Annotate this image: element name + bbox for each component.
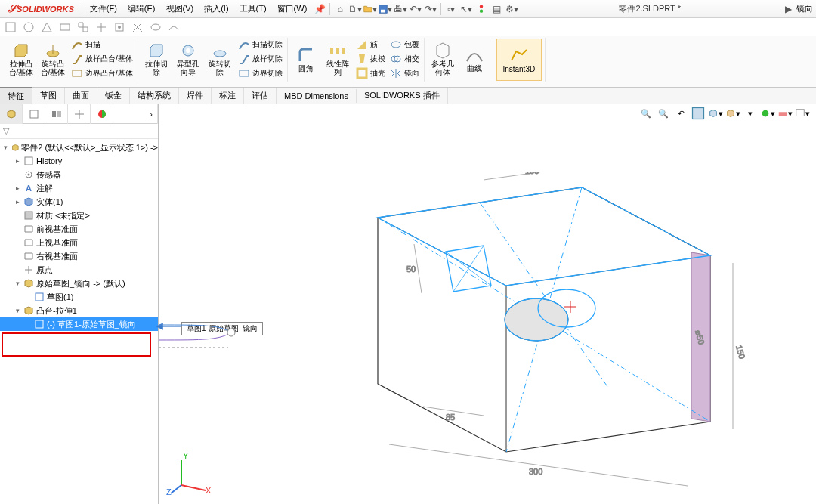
side-tab-config[interactable] (45, 104, 68, 124)
tab-sketch[interactable]: 草图 (32, 88, 65, 104)
tree-sensors[interactable]: 传感器 (0, 168, 158, 181)
curves-button[interactable]: 曲线 (459, 38, 490, 80)
side-tabs: › (0, 104, 158, 124)
side-tab-appearance[interactable] (91, 104, 113, 124)
ref-geometry-button[interactable]: 参考几何体 (428, 38, 458, 80)
instant3d-button[interactable]: Instant3D (496, 39, 542, 81)
tree-boss-extrude[interactable]: ▾凸台-拉伸1 (0, 304, 158, 317)
menu-edit[interactable]: 编辑(E) (123, 2, 160, 16)
menu-tools[interactable]: 工具(T) (235, 2, 271, 16)
revolve-boss-button[interactable]: 旋转凸台/基体 (38, 38, 68, 80)
tree-history[interactable]: ▸History (0, 154, 158, 168)
side-tab-feature-tree[interactable] (0, 104, 23, 124)
rib-button[interactable]: 筋 (354, 38, 387, 51)
undo-icon[interactable]: ↶▾ (409, 2, 422, 16)
sweep-cut-button[interactable]: 扫描切除 (236, 38, 284, 51)
home-icon[interactable]: ⌂ (333, 2, 347, 16)
new-icon[interactable]: 🗋▾ (348, 2, 362, 16)
qt-icon-4[interactable] (57, 20, 73, 35)
extrude-cut-button[interactable]: 拉伸切除 (141, 38, 172, 80)
draft-button[interactable]: 拔模 (354, 52, 387, 66)
mirror-toggle-icon[interactable]: ▶ (781, 2, 795, 16)
tree-sketch1[interactable]: 草图(1) (0, 290, 158, 304)
print-icon[interactable]: 🖶▾ (394, 2, 407, 16)
side-tab-property[interactable] (23, 104, 45, 124)
qt-icon-3[interactable] (39, 20, 54, 35)
menu-window[interactable]: 窗口(W) (273, 2, 312, 16)
tree-sketch-mirror[interactable]: (-) 草图1-原始草图_镜向 (0, 317, 158, 331)
tab-sheetmetal[interactable]: 钣金 (97, 88, 130, 104)
hide-show-icon[interactable]: ▾ (743, 106, 758, 121)
options-icon[interactable]: ▤ (490, 2, 503, 16)
filter-icon[interactable]: ▽ (3, 126, 9, 136)
wrap-button[interactable]: 包覆 (388, 38, 421, 51)
tree-annotations[interactable]: ▸A注解 (0, 181, 158, 195)
tab-mbd[interactable]: MBD Dimensions (277, 89, 357, 103)
qt-icon-7[interactable] (112, 20, 127, 35)
scene-icon[interactable]: ▾ (777, 106, 793, 121)
qt-icon-6[interactable] (94, 20, 109, 35)
tree-top-plane[interactable]: 上视基准面 (0, 236, 158, 249)
tree-front-plane[interactable]: 前视基准面 (0, 222, 158, 236)
filter-row: ▽ (0, 124, 158, 139)
fillet-button[interactable]: 圆角 (291, 38, 321, 80)
view-triad[interactable]: Y X Z (166, 451, 212, 496)
sweep-button[interactable]: 扫描 (70, 38, 134, 51)
menu-view[interactable]: 视图(V) (162, 2, 199, 16)
loft-button[interactable]: 放样凸台/基体 (70, 52, 134, 66)
zoom-area-icon[interactable]: 🔍 (656, 106, 671, 121)
revolve-cut-button[interactable]: 旋转切除 (205, 38, 235, 80)
view-orient-icon[interactable]: ▾ (708, 106, 723, 121)
menu-insert[interactable]: 插入(I) (199, 2, 233, 16)
qt-icon-10[interactable] (166, 20, 181, 35)
open-icon[interactable]: ▾ (363, 2, 377, 16)
loft-cut-button[interactable]: 放样切除 (236, 52, 284, 66)
tab-addins[interactable]: SOLIDWORKS 插件 (357, 88, 448, 104)
svg-point-3 (480, 9, 483, 12)
menu-file[interactable]: 文件(F) (85, 2, 122, 16)
qt-icon-9[interactable] (148, 20, 163, 35)
extrude-boss-button[interactable]: 拉伸凸台/基体 (6, 38, 36, 80)
appearance-icon[interactable]: ▾ (760, 106, 775, 121)
hole-wizard-button[interactable]: 异型孔向导 (173, 38, 203, 80)
qt-icon-1[interactable] (3, 20, 18, 35)
tree-mirror-feature[interactable]: ▾原始草图_镜向 -> (默认) (0, 277, 158, 290)
zoom-fit-icon[interactable]: 🔍 (638, 106, 654, 121)
boundary-cut-button[interactable]: 边界切除 (236, 66, 284, 80)
side-tab-more[interactable]: › (113, 104, 158, 124)
viewport-icon[interactable]: ▾ (795, 106, 810, 121)
display-style-icon[interactable]: ▾ (725, 106, 740, 121)
tab-weldment[interactable]: 焊件 (179, 88, 212, 104)
mirror-label: 镜向 (796, 3, 813, 14)
linear-pattern-button[interactable]: 线性阵列 (323, 38, 353, 80)
save-icon[interactable]: ▾ (379, 2, 392, 16)
select-icon[interactable]: ▫▾ (444, 2, 458, 16)
tree-material[interactable]: 材质 <未指定> (0, 209, 158, 222)
tab-surface[interactable]: 曲面 (65, 88, 97, 104)
section-icon[interactable] (691, 106, 706, 121)
traffic-icon[interactable] (474, 2, 488, 16)
qt-icon-5[interactable] (76, 20, 91, 35)
redo-icon[interactable]: ↷▾ (424, 2, 437, 16)
tab-features[interactable]: 特征 (0, 87, 32, 104)
settings-icon[interactable]: ⚙▾ (505, 2, 518, 16)
mirror-button[interactable]: 镜向 (388, 66, 421, 80)
shell-button[interactable]: 抽壳 (354, 66, 387, 80)
side-tab-dimxpert[interactable] (68, 104, 91, 124)
tab-structure[interactable]: 结构系统 (130, 88, 179, 104)
tree-root[interactable]: ▾零件2 (默认<<默认>_显示状态 1>) -> (0, 141, 158, 154)
tree-right-plane[interactable]: 右视基准面 (0, 249, 158, 263)
tree-solid-bodies[interactable]: ▸实体(1) (0, 195, 158, 209)
boundary-button[interactable]: 边界凸台/基体 (70, 66, 134, 80)
graphics-viewport[interactable]: 🔍 🔍 ↶ ▾ ▾ ▾ ▾ ▾ ▾ 草图1-原始草图_镜向 (159, 104, 816, 504)
prev-view-icon[interactable]: ↶ (673, 106, 688, 121)
qt-icon-2[interactable] (21, 20, 36, 35)
pin-icon[interactable]: 📌 (313, 2, 326, 16)
cursor-icon[interactable]: ↖▾ (459, 2, 473, 16)
main-area: › ▽ ▾零件2 (默认<<默认>_显示状态 1>) -> ▸History 传… (0, 104, 816, 504)
tree-origin[interactable]: 原点 (0, 263, 158, 277)
tab-evaluate[interactable]: 评估 (244, 88, 277, 104)
tab-dimension[interactable]: 标注 (212, 88, 244, 104)
qt-icon-8[interactable] (130, 20, 145, 35)
intersect-button[interactable]: 相交 (388, 52, 421, 66)
